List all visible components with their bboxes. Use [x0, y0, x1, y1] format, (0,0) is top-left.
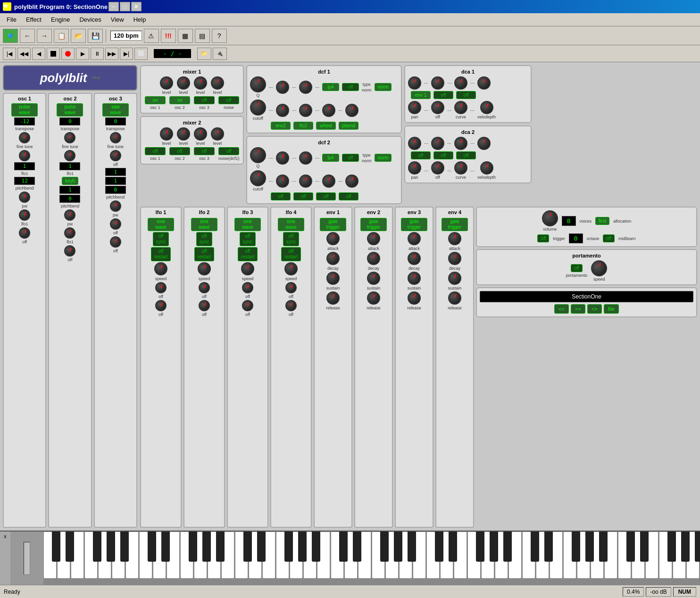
menu-engine[interactable]: Engine [46, 14, 75, 25]
dca2-k6-knob[interactable] [431, 161, 444, 174]
lfo3-sync-btn[interactable]: off sync [240, 232, 256, 246]
mixer1-osc3-btn[interactable]: off [194, 96, 215, 104]
mixer2-osc3-knob[interactable] [194, 127, 207, 141]
black-key[interactable] [120, 532, 129, 562]
osc2-lfo1-knob[interactable] [64, 150, 75, 161]
osc2-finetune-knob[interactable] [64, 132, 75, 143]
menu-help[interactable]: Help [129, 14, 151, 25]
osc3-off-knob[interactable] [110, 236, 121, 248]
mixer2-osc2-btn[interactable]: off [169, 147, 190, 155]
toolbar-open-btn[interactable]: 📂 [71, 29, 86, 43]
black-key[interactable] [667, 532, 676, 562]
env4-trigger-btn[interactable]: gate trigger [442, 218, 468, 231]
dcf2-k2-knob[interactable] [276, 151, 289, 165]
lfo3-speed-knob[interactable] [241, 262, 254, 275]
env4-attack-knob[interactable] [448, 232, 461, 245]
lfo2-off-knob[interactable] [199, 282, 210, 293]
dcf1-lfo2-btn[interactable]: lfo2 [293, 122, 313, 130]
menu-file[interactable]: File [2, 14, 21, 25]
mixer1-osc2-knob[interactable] [177, 76, 190, 90]
transport-icon1[interactable]: 📁 [197, 48, 211, 60]
voice-midilearn-btn[interactable]: off [603, 234, 615, 242]
dcf2-off4-btn[interactable]: off [293, 192, 313, 200]
env2-decay-knob[interactable] [367, 252, 380, 265]
toolbar-logo-btn[interactable]: 🔷 [3, 29, 18, 43]
black-key[interactable] [284, 532, 293, 562]
voice-allocation-btn[interactable]: first [595, 217, 609, 225]
env2-sustain-knob[interactable] [367, 272, 380, 285]
env3-trigger-btn[interactable]: gate trigger [401, 218, 427, 231]
black-key[interactable] [681, 532, 690, 562]
transport-begin-btn[interactable]: |◀ [3, 48, 16, 60]
lfo2-speed-knob[interactable] [198, 262, 211, 275]
black-key[interactable] [353, 532, 361, 562]
env4-sustain-knob[interactable] [448, 272, 461, 285]
dcf1-norm-btn[interactable]: norm [375, 83, 392, 91]
dcf2-type-btn[interactable]: lp4 [322, 154, 339, 162]
dca2-k2-knob[interactable] [431, 137, 444, 150]
dca2-k1-knob[interactable] [408, 137, 421, 150]
lfo3-restart-btn[interactable]: off restart [238, 247, 258, 261]
lfo3-off-knob[interactable] [242, 282, 253, 293]
close-button[interactable]: ✕ [131, 2, 142, 11]
voice-trigger-btn[interactable]: off [537, 234, 549, 242]
black-key[interactable] [66, 532, 74, 562]
dcf1-env2-btn[interactable]: env2 [271, 122, 291, 130]
section-one-edit-btn[interactable]: <> [587, 304, 602, 314]
osc1-finetune-knob[interactable] [19, 132, 30, 143]
black-key[interactable] [161, 532, 170, 562]
dcf1-k8-knob[interactable] [345, 104, 358, 117]
toolbar-help-btn[interactable]: ? [212, 29, 227, 43]
osc2-wave-btn[interactable]: pulse wave [57, 103, 83, 116]
transport-loop-btn[interactable]: ⬜ [134, 48, 148, 60]
mixer2-noise-btn[interactable]: off [218, 147, 239, 155]
section-one-prev-prev-btn[interactable]: << [554, 304, 569, 314]
black-key[interactable] [202, 532, 211, 562]
mixer2-osc2-knob[interactable] [177, 127, 190, 141]
dca2-curve-knob[interactable] [454, 161, 467, 174]
lfo4-speed-knob[interactable] [284, 262, 298, 275]
env3-sustain-knob[interactable] [408, 272, 421, 285]
transport-end-btn[interactable]: ▶| [120, 48, 133, 60]
dca2-off1-btn[interactable]: off [411, 151, 431, 159]
black-key[interactable] [449, 532, 457, 562]
voice-volume-knob[interactable] [542, 210, 558, 226]
env4-decay-knob[interactable] [448, 252, 461, 265]
dcf2-off5-btn[interactable]: off [316, 192, 336, 200]
black-key[interactable] [257, 532, 266, 562]
env1-sustain-knob[interactable] [326, 272, 340, 285]
dcf1-k3-knob[interactable] [299, 81, 312, 94]
dca1-velo-knob[interactable] [480, 101, 493, 114]
osc2-pitchbend-display[interactable]: 0 [59, 195, 80, 203]
dcf2-off6-btn[interactable]: off [339, 192, 358, 200]
osc3-pitchbend-display[interactable]: 0 [105, 186, 126, 194]
toolbar-forward-btn[interactable]: → [37, 29, 52, 43]
black-key[interactable] [531, 532, 539, 562]
mixer1-noise-knob[interactable] [211, 76, 224, 90]
toolbar-back-btn[interactable]: ← [20, 29, 35, 43]
dca1-k4-knob[interactable] [477, 76, 491, 90]
mixer2-osc1-knob[interactable] [160, 127, 173, 141]
black-key[interactable] [339, 532, 348, 562]
lfo3-off2-knob[interactable] [242, 300, 253, 311]
dca1-k3-knob[interactable] [454, 76, 467, 90]
lfo1-off2-knob[interactable] [155, 300, 167, 311]
keyboard-x-btn[interactable]: x [0, 532, 10, 585]
black-key[interactable] [93, 532, 101, 562]
lfo1-off-knob[interactable] [155, 282, 167, 293]
voice-octave-display[interactable]: 0 [569, 233, 583, 243]
env1-attack-knob[interactable] [326, 232, 340, 245]
maximize-button[interactable]: □ [120, 2, 130, 11]
env2-release-knob[interactable] [367, 291, 380, 305]
dca2-velo-knob[interactable] [480, 161, 493, 174]
dcf1-k2-knob[interactable] [276, 81, 289, 94]
mixer1-osc1-btn[interactable]: on [145, 96, 166, 104]
osc1-wave-btn[interactable]: pulse wave [11, 103, 38, 116]
osc1-lfo1b-knob[interactable] [19, 209, 30, 221]
black-key[interactable] [476, 532, 484, 562]
osc1-transpose-display[interactable]: -12 [14, 117, 35, 125]
dcf1-cutoff-knob[interactable] [250, 100, 266, 116]
dcf1-k5-knob[interactable] [276, 104, 289, 117]
dcf2-k3-knob[interactable] [299, 151, 312, 165]
bpm-display[interactable]: 120 bpm [110, 31, 142, 41]
